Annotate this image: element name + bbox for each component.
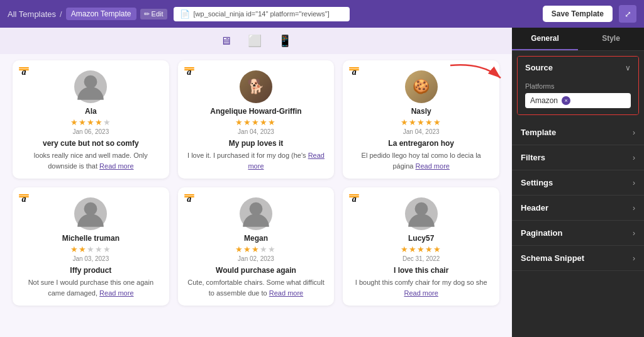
review-date: Dec 31, 2022 — [402, 255, 440, 262]
filters-section-header[interactable]: Filters › — [512, 145, 644, 170]
filters-chevron: › — [633, 153, 635, 162]
reviewer-name: Ala — [85, 107, 97, 116]
review-body: Not sure I would purchase this one again… — [21, 277, 160, 298]
read-more-link[interactable]: Read more — [99, 162, 133, 170]
review-body: I bought this comfy chair for my dog so … — [352, 277, 491, 298]
amazon-logo: a — [349, 67, 359, 70]
template-section-header[interactable]: Template › — [512, 120, 644, 145]
star-rating: ★★★★★ — [70, 245, 111, 254]
schema-snippet-section: Schema Snippet › — [512, 246, 644, 271]
star-rating: ★★★★★ — [70, 118, 111, 127]
desktop-view-button[interactable]: 🖥 — [216, 33, 235, 49]
review-card: a Michelle truman★★★★★Jan 03, 2023Iffy p… — [13, 187, 169, 306]
right-panel: General Style Source ∨ Platforms Amazon … — [512, 28, 644, 337]
preview-wrapper: 🖥 ⬜ 📱 a Ala★★★★★Jan 06, 2023very cute bu… — [0, 28, 512, 337]
amazon-logo: a — [184, 67, 194, 70]
amazon-logo: a — [19, 194, 29, 197]
amazon-logo: a — [349, 194, 359, 197]
pagination-section-header[interactable]: Pagination › — [512, 221, 644, 245]
cards-grid: a Ala★★★★★Jan 06, 2023very cute but not … — [13, 60, 499, 306]
all-templates-link[interactable]: All Templates — [8, 9, 56, 19]
reviewer-name: Lucy57 — [408, 234, 434, 243]
tab-style[interactable]: Style — [578, 28, 644, 50]
mobile-view-button[interactable]: 📱 — [274, 33, 296, 49]
review-title: La entregaron hoy — [388, 139, 454, 148]
current-template-label: Amazon Template — [66, 8, 136, 20]
template-chevron: › — [633, 128, 635, 137]
settings-section-header[interactable]: Settings › — [512, 170, 644, 195]
header-chevron: › — [633, 204, 635, 213]
avatar — [405, 197, 438, 230]
source-title: Source — [525, 63, 553, 72]
read-more-link[interactable]: Read more — [99, 289, 133, 297]
save-template-button[interactable]: Save Template — [543, 6, 613, 22]
avatar: 🐕 — [240, 70, 272, 103]
review-card: a 🐕Angelique Howard-Griffin★★★★★Jan 04, … — [178, 60, 335, 179]
review-date: Jan 06, 2023 — [72, 128, 109, 135]
star-rating: ★★★★★ — [401, 118, 441, 127]
review-body: El pedido llego hoy tal como lo decia la… — [352, 150, 491, 171]
device-toolbar: 🖥 ⬜ 📱 — [0, 28, 512, 54]
fullscreen-button[interactable]: ⤢ — [619, 5, 636, 23]
read-more-link[interactable]: Read more — [248, 152, 325, 170]
amazon-logo: a — [19, 67, 29, 70]
schema-snippet-chevron: › — [633, 254, 635, 263]
review-body: Cute, comfortable chairs. Some what diff… — [187, 277, 326, 298]
review-title: Would purchase again — [216, 266, 296, 275]
breadcrumb-separator: / — [60, 9, 62, 19]
star-rating: ★★★★★ — [401, 245, 441, 254]
review-card: a Megan★★★★★Jan 02, 2023Would purchase a… — [178, 187, 335, 306]
header-section: Header › — [512, 196, 644, 221]
review-title: My pup loves it — [229, 139, 284, 148]
star-rating: ★★★★★ — [235, 118, 276, 127]
avatar — [74, 197, 107, 230]
header-title: Header — [521, 203, 548, 213]
svg-point-3 — [414, 202, 428, 216]
panel-tabs: General Style — [512, 28, 644, 51]
review-title: very cute but not so comfy — [43, 139, 139, 148]
platforms-area: Platforms Amazon × — [518, 79, 638, 114]
main-area: 🖥 ⬜ 📱 a Ala★★★★★Jan 06, 2023very cute bu… — [0, 28, 644, 337]
avatar — [240, 197, 272, 230]
review-card: a 🍪Nasly★★★★★Jan 04, 2023La entregaron h… — [343, 60, 499, 179]
svg-point-1 — [84, 202, 97, 216]
settings-section: Settings › — [512, 170, 644, 196]
settings-title: Settings — [521, 178, 553, 187]
edit-icon: ✏ — [144, 10, 150, 18]
reviewer-name: Megan — [244, 234, 268, 243]
reviewer-name: Michelle truman — [62, 234, 119, 243]
read-more-link[interactable]: Read more — [416, 162, 450, 170]
settings-chevron: › — [633, 179, 635, 187]
filters-section: Filters › — [512, 145, 644, 170]
reviewer-name: Nasly — [411, 107, 431, 116]
source-section-header[interactable]: Source ∨ — [518, 57, 638, 79]
avatar — [74, 70, 107, 103]
review-date: Jan 03, 2023 — [72, 255, 109, 262]
svg-point-0 — [84, 75, 97, 89]
read-more-link[interactable]: Read more — [404, 289, 438, 297]
platform-value: Amazon — [530, 96, 558, 105]
breadcrumb: All Templates / Amazon Template ✏ Edit — [8, 8, 167, 20]
tab-general[interactable]: General — [512, 28, 578, 50]
shortcode-box[interactable]: 📄 [wp_social_ninja id="14" platform="rev… — [174, 7, 350, 21]
review-date: Jan 04, 2023 — [403, 128, 440, 135]
template-title: Template — [521, 128, 556, 137]
edit-button[interactable]: ✏ Edit — [140, 9, 167, 19]
avatar: 🍪 — [405, 70, 438, 103]
svg-point-2 — [250, 202, 263, 216]
shortcode-icon: 📄 — [180, 9, 190, 19]
read-more-link[interactable]: Read more — [269, 289, 303, 297]
reviewer-name: Angelique Howard-Griffin — [210, 107, 301, 116]
filters-title: Filters — [521, 153, 545, 162]
schema-snippet-section-header[interactable]: Schema Snippet › — [512, 246, 644, 270]
source-chevron: ∨ — [625, 64, 631, 72]
platform-remove-button[interactable]: × — [562, 96, 570, 105]
amazon-logo: a — [184, 194, 194, 197]
template-section: Template › — [512, 120, 644, 145]
tablet-view-button[interactable]: ⬜ — [244, 33, 265, 49]
header-section-header[interactable]: Header › — [512, 196, 644, 220]
review-date: Jan 02, 2023 — [238, 255, 274, 262]
review-body: looks really nice and well made. Only do… — [21, 150, 160, 171]
source-section: Source ∨ Platforms Amazon × — [517, 56, 639, 115]
review-title: Iffy product — [70, 266, 111, 275]
